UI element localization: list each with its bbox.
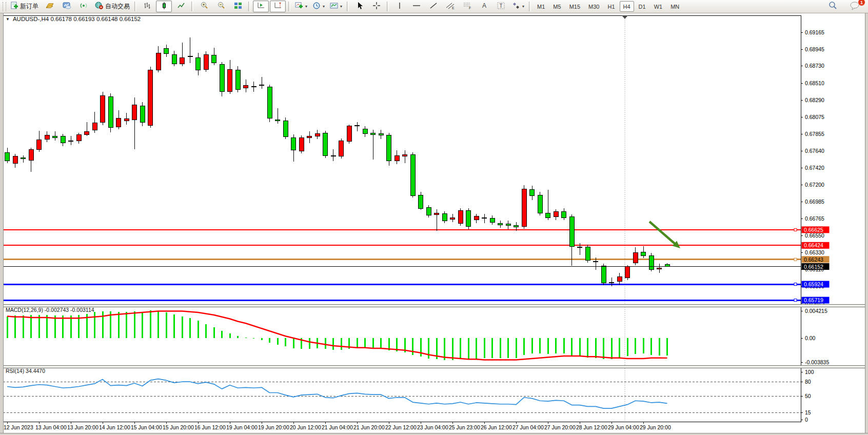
auto-scroll-button[interactable]: [253, 1, 269, 12]
timeframe-d1-button[interactable]: D1: [635, 1, 649, 12]
macd-signal-line: [7, 311, 667, 360]
equidistant-channel-button[interactable]: E: [442, 1, 458, 12]
time-axis-label[interactable]: 22 Jun 12:00: [385, 424, 417, 430]
horizontal-line-button[interactable]: [408, 1, 424, 12]
templates-button[interactable]: ▾: [328, 1, 344, 12]
time-axis-label[interactable]: 13 Jun 20:00: [67, 424, 98, 430]
time-axis-label[interactable]: 29 Jun 04:00: [608, 424, 639, 430]
candle-body: [101, 96, 105, 123]
time-axis-label[interactable]: 23 Jun 04:00: [417, 424, 448, 430]
price-axis-label: 0.66765: [805, 215, 824, 222]
candle-body: [410, 155, 415, 196]
crosshair-button[interactable]: [368, 1, 384, 12]
chart-title: ▼ AUDUSD-,H4 0.66178 0.66193 0.66148 0.6…: [6, 16, 141, 22]
vline-icon: [397, 2, 402, 12]
collapse-arrow-icon[interactable]: ▼: [6, 17, 10, 22]
bar-chart-icon: [143, 2, 151, 12]
time-axis-label[interactable]: 26 Jun 12:00: [481, 424, 512, 430]
time-axis-label[interactable]: 21 Jun 04:00: [322, 424, 353, 430]
line-handle[interactable]: [794, 299, 797, 302]
timeframe-m30-button[interactable]: M30: [585, 1, 603, 12]
candle-body: [61, 136, 65, 143]
profiles-button[interactable]: [42, 1, 57, 12]
candle-body: [355, 125, 360, 126]
line-chart-button[interactable]: [173, 1, 189, 12]
market-watch-button[interactable]: [58, 1, 74, 12]
candle-body: [124, 119, 129, 121]
time-axis-label[interactable]: 27 Jun 20:00: [544, 424, 576, 430]
candle-chart-icon: [160, 2, 168, 12]
timeframe-m5-button[interactable]: M5: [549, 1, 564, 12]
toolbar-separator: [529, 2, 531, 11]
candle-body: [601, 266, 606, 283]
line-handle[interactable]: [794, 283, 797, 286]
chart-shift-marker[interactable]: [622, 15, 628, 19]
search-button[interactable]: [824, 1, 840, 12]
bar-chart-button[interactable]: [139, 1, 155, 12]
timeframe-w1-button[interactable]: W1: [650, 1, 666, 12]
time-axis-label[interactable]: 20 Jun 12:00: [290, 424, 321, 430]
time-axis-label[interactable]: 27 Jun 04:00: [512, 424, 544, 430]
time-axis-label[interactable]: 15 Jun 20:00: [163, 424, 194, 430]
vertical-line-button[interactable]: [391, 1, 407, 12]
hline-icon: [412, 2, 421, 12]
text-label-button[interactable]: T: [493, 1, 509, 12]
chart-shift-button[interactable]: [270, 1, 286, 12]
timeframe-m1-button[interactable]: M1: [534, 1, 548, 12]
price-axis-label: 0.67420: [805, 165, 824, 171]
signals-button[interactable]: [75, 1, 91, 12]
timeframe-m15-button[interactable]: M15: [566, 1, 584, 12]
notifications-button[interactable]: 1: [846, 1, 862, 12]
periods-button[interactable]: ▾: [310, 1, 327, 12]
arrows-button[interactable]: ▾: [510, 1, 526, 12]
timeframe-h4-button[interactable]: H4: [620, 1, 634, 12]
zoom-in-button[interactable]: [196, 1, 212, 12]
candle-body: [116, 118, 121, 127]
tile-windows-button[interactable]: [230, 1, 246, 12]
pane-separator-rsi[interactable]: [0, 365, 868, 368]
candle-body: [21, 158, 26, 159]
chevron-down-icon: ▾: [323, 4, 325, 9]
trendline-button[interactable]: [425, 1, 441, 12]
auto-trading-label: 自动交易: [105, 2, 130, 11]
time-axis-label[interactable]: 25 Jun 23:00: [449, 424, 480, 430]
pane-separator-macd[interactable]: [0, 304, 868, 307]
time-axis-label[interactable]: 19 Jun 04:00: [226, 424, 258, 430]
candle-chart-button[interactable]: [156, 1, 172, 12]
time-axis-label[interactable]: 15 Jun 04:00: [131, 424, 162, 430]
fibonacci-button[interactable]: F: [459, 1, 475, 12]
svg-text:E: E: [452, 6, 455, 10]
window-frame-right: [865, 13, 868, 435]
market-watch-icon: [62, 2, 71, 12]
candle-body: [538, 195, 542, 213]
time-axis-label[interactable]: 21 Jun 20:00: [353, 424, 385, 430]
text-button[interactable]: A: [476, 1, 492, 12]
candle-body: [291, 137, 296, 150]
candle-body: [665, 265, 669, 267]
time-axis-label[interactable]: 12 Jun 2023: [4, 424, 33, 430]
line-handle[interactable]: [794, 258, 797, 261]
chart-canvas[interactable]: 0.691650.689450.687300.685100.682900.680…: [0, 13, 868, 435]
time-axis-label[interactable]: 16 Jun 12:00: [194, 424, 226, 430]
time-axis-label[interactable]: 13 Jun 04:00: [35, 424, 67, 430]
new-order-button[interactable]: 新订单: [8, 1, 41, 12]
arrow-annotation-shaft[interactable]: [649, 222, 677, 246]
cursor-button[interactable]: [351, 1, 367, 12]
time-axis-label[interactable]: 29 Jun 20:00: [640, 424, 671, 430]
timeframe-mn-button[interactable]: MN: [667, 1, 683, 12]
candle-body: [45, 135, 49, 140]
time-axis-label[interactable]: 14 Jun 12:00: [99, 424, 130, 430]
candle-body: [363, 129, 367, 134]
auto-trading-button[interactable]: 自动交易: [92, 1, 132, 12]
line-handle[interactable]: [794, 228, 797, 231]
line-price-badge-text: 0.66625: [804, 227, 823, 233]
candle-body: [498, 223, 503, 225]
zoom-out-button[interactable]: [213, 1, 229, 12]
toolbar-grip[interactable]: [3, 2, 6, 11]
time-axis-label[interactable]: 19 Jun 20:00: [258, 424, 289, 430]
time-axis-label[interactable]: 28 Jun 12:00: [576, 424, 607, 430]
window-frame-left: [0, 13, 4, 435]
timeframe-h1-button[interactable]: H1: [604, 1, 618, 12]
candle-body: [585, 247, 590, 261]
indicators-button[interactable]: ▾: [293, 1, 309, 12]
